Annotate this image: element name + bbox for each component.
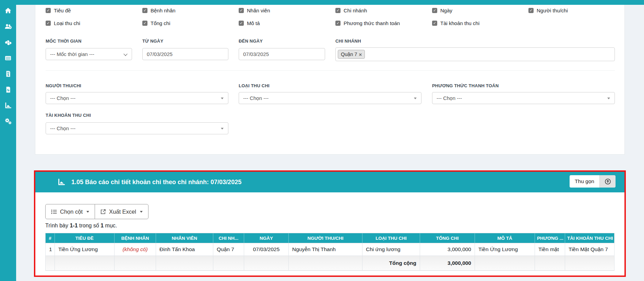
col-header-tieu-de[interactable]: TIÊU ĐỀ: [55, 233, 115, 243]
label-tai-khoan-thu-chi: TÀI KHOẢN THU CHI: [46, 113, 91, 118]
toggle-ngay[interactable]: ✓Ngày: [432, 8, 452, 13]
toggle-loai-thu-chi[interactable]: ✓Loại thu chi: [46, 20, 80, 26]
col-header-loai-thu-chi[interactable]: LOẠI THU CHI: [362, 233, 420, 243]
sidebar-item-settings[interactable]: [0, 113, 16, 129]
sidebar-item-reports[interactable]: [0, 98, 16, 113]
col-header-tai-khoan[interactable]: TÀI KHOẢN THU CHI: [565, 233, 615, 243]
col-header-nhan-vien[interactable]: NHÂN VIÊN: [156, 233, 213, 243]
choose-columns-button[interactable]: Chọn cột: [45, 204, 95, 219]
sidebar-item-medication[interactable]: [0, 34, 16, 50]
checkbox-checked-icon: ✓: [239, 8, 244, 13]
divider: [46, 70, 615, 71]
col-header-chi-nhanh[interactable]: CHI NH...: [213, 233, 244, 243]
footer-total-label: Tổng cộng: [362, 256, 420, 271]
cell-tai-khoan: Tiền Mặt Quận 7: [565, 243, 615, 256]
cell-benh-nhan: (không có): [115, 243, 156, 256]
checkbox-checked-icon: ✓: [46, 8, 51, 13]
table-header-row: # TIÊU ĐỀ BỆNH NHÂN NHÂN VIÊN CHI NH... …: [45, 233, 615, 243]
col-header-stt[interactable]: #: [45, 233, 55, 243]
area-chart-icon: [58, 178, 65, 186]
footer-empty-cell: [565, 256, 615, 271]
label-loai-thu-chi: LOẠI THU CHI: [239, 83, 270, 88]
cell-tong-chi: 3,000,000: [420, 243, 475, 256]
label-den-ngay: ĐẾN NGÀY: [239, 38, 263, 44]
account-select[interactable]: --- Chọn ---: [46, 122, 228, 134]
checkbox-checked-icon: ✓: [335, 8, 341, 13]
checkbox-checked-icon: ✓: [432, 8, 437, 13]
report-title: 1.05 Báo cáo chi tiết khoản chi theo chi…: [71, 172, 241, 192]
toggle-phuong-thuc-thanh-toan[interactable]: ✓Phương thức thanh toán: [335, 20, 400, 26]
payment-method-select[interactable]: --- Chọn ---: [432, 92, 615, 104]
gears-icon: [4, 118, 12, 125]
tag-label: Quận 7: [341, 52, 357, 57]
footer-empty-cell: [535, 256, 565, 271]
export-excel-button[interactable]: Xuất Excel: [95, 204, 148, 219]
caret-down-icon: [607, 98, 610, 99]
expense-type-select[interactable]: --- Chọn ---: [239, 92, 421, 104]
col-header-ngay[interactable]: NGÀY: [244, 233, 289, 243]
cell-nhan-vien: Đinh Tấn Khoa: [156, 243, 213, 256]
filter-panel: ✓Tiêu đề ✓Bệnh nhân ✓Nhân viên ✓Chi nhán…: [35, 4, 625, 155]
toggle-nguoi-thu-chi[interactable]: ✓Người thu/chi: [528, 8, 568, 13]
branch-multiselect[interactable]: Quận 7 ×: [335, 47, 615, 61]
col-header-phuong-thuc[interactable]: PHƯƠNG ...: [535, 233, 565, 243]
col-header-mo-ta[interactable]: MÔ TẢ: [475, 233, 535, 243]
medical-record-icon: [5, 86, 12, 93]
cell-chi-nhanh: Quận 7: [213, 243, 244, 256]
toggle-nhan-vien[interactable]: ✓Nhân viên: [239, 8, 270, 13]
table-footer-row: Tổng cộng 3,000,000: [45, 256, 615, 271]
arrow-circle-up-icon: [605, 178, 611, 185]
invoice-dollar-icon: $: [5, 70, 12, 77]
toggle-tong-chi[interactable]: ✓Tổng chi: [142, 20, 170, 26]
cell-nguoi-thu-chi: Nguyễn Thị Thanh: [289, 243, 362, 256]
sidebar-item-medical-records[interactable]: [0, 82, 16, 98]
sidebar-item-home[interactable]: [0, 3, 16, 19]
report-panel-highlight: 1.05 Báo cáo chi tiết khoản chi theo chi…: [34, 170, 626, 277]
sidebar: $: [0, 0, 16, 281]
home-icon: [4, 7, 12, 14]
remove-tag-icon[interactable]: ×: [359, 52, 362, 57]
report-header: 1.05 Báo cáo chi tiết khoản chi theo chi…: [35, 172, 624, 192]
sidebar-item-billing[interactable]: $: [0, 66, 16, 82]
checkbox-checked-icon: ✓: [432, 21, 437, 26]
toggle-tieu-de[interactable]: ✓Tiêu đề: [46, 8, 71, 13]
area-chart-icon: [4, 102, 12, 109]
sidebar-item-schedule[interactable]: [0, 50, 16, 66]
svg-text:$: $: [7, 73, 9, 77]
col-header-tong-chi[interactable]: TỔNG CHI: [420, 233, 475, 243]
sidebar-item-staff[interactable]: [0, 19, 16, 34]
footer-total-value: 3,000,000: [420, 256, 475, 271]
pagination-summary: Trình bày 1-1 trong số 1 mục.: [45, 223, 117, 229]
time-period-select[interactable]: --- Mốc thời gian ---: [46, 48, 132, 60]
scroll-top-button[interactable]: [599, 175, 616, 188]
col-header-nguoi-thu-chi[interactable]: NGƯỜI THU/CHI: [289, 233, 362, 243]
calendar-grid-icon: [4, 55, 12, 61]
toggle-benh-nhan[interactable]: ✓Bệnh nhân: [142, 8, 176, 13]
caret-down-icon: [221, 128, 224, 130]
caret-down-icon: [140, 211, 143, 213]
from-date-input[interactable]: [142, 48, 228, 60]
caret-down-icon: [86, 211, 89, 213]
cell-stt: 1: [45, 243, 55, 256]
payer-select[interactable]: --- Chọn ---: [46, 92, 228, 104]
pills-icon: [4, 39, 12, 46]
toggle-mo-ta[interactable]: ✓Mô tả: [239, 20, 260, 26]
list-icon: [51, 209, 57, 214]
label-nguoi-thu-chi: NGƯỜI THU/CHI: [46, 83, 81, 88]
toggle-chi-nhanh[interactable]: ✓Chi nhánh: [335, 8, 367, 13]
table-toolbar: Chọn cột Xuất Excel: [45, 204, 148, 219]
collapse-button[interactable]: Thu gọn: [570, 175, 599, 188]
to-date-input[interactable]: [239, 48, 325, 60]
footer-empty-cell: [45, 256, 55, 271]
col-header-benh-nhan[interactable]: BỆNH NHÂN: [115, 233, 156, 243]
checkbox-checked-icon: ✓: [528, 8, 534, 13]
checkbox-checked-icon: ✓: [46, 21, 51, 26]
toggle-tai-khoan-thu-chi[interactable]: ✓Tài khoản thu chi: [432, 20, 479, 26]
label-phuong-thuc-thanh-toan: PHƯƠNG THỨC THANH TOÁN: [432, 83, 499, 88]
label-moc-thoi-gian: MỐC THỜI GIAN: [46, 38, 82, 44]
checkbox-checked-icon: ✓: [239, 21, 244, 26]
cell-phuong-thuc: Tiền mặt: [535, 243, 565, 256]
checkbox-checked-icon: ✓: [142, 8, 147, 13]
table-row: 1 Tiền Ứng Lương (không có) Đinh Tấn Kho…: [45, 243, 615, 256]
cell-ngay: 07/03/2025: [244, 243, 289, 256]
